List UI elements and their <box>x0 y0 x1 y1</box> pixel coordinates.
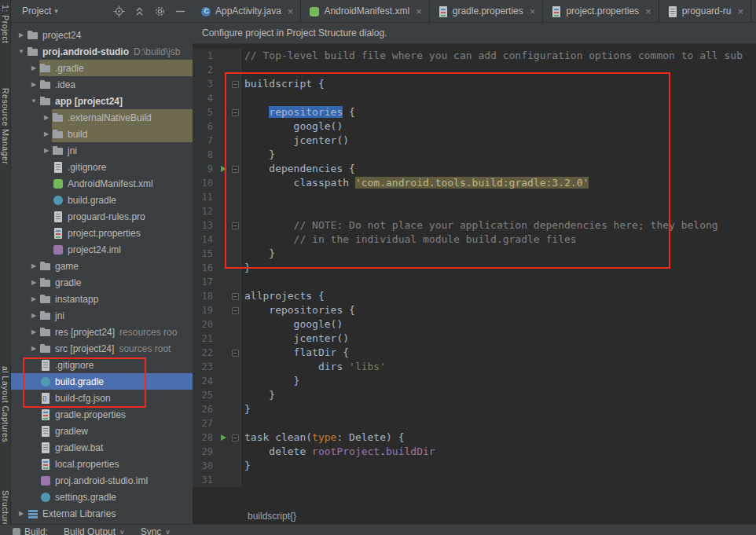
editor-tab-AppActivity.java[interactable]: AppActivity.java× <box>193 0 301 22</box>
code-line-19: 19− repositories { <box>193 303 756 317</box>
chevron-collapsed-icon[interactable]: ▶ <box>41 114 52 121</box>
fold-icon[interactable]: − <box>230 105 241 119</box>
run-gutter-icon[interactable] <box>216 162 230 176</box>
tree-item-.gitignore[interactable]: .gitignore <box>11 159 193 175</box>
locate-icon[interactable] <box>113 5 125 17</box>
tree-item-res [project24][interactable]: ▶res [project24]resources roo <box>11 324 193 340</box>
fold-icon[interactable]: − <box>230 77 241 91</box>
breadcrumb-item[interactable]: buildscript{} <box>248 511 296 522</box>
fold-icon[interactable]: − <box>230 303 241 317</box>
editor-tab-project.properties[interactable]: project.properties× <box>543 0 659 22</box>
gutter-spacer <box>216 303 230 317</box>
tree-item-AndroidManifest.xml[interactable]: AndroidManifest.xml <box>11 175 193 192</box>
fold-icon[interactable]: − <box>230 218 241 233</box>
chevron-collapsed-icon[interactable]: ▶ <box>28 262 39 269</box>
gutter-spacer <box>216 459 230 473</box>
tree-item-app [project24][interactable]: ▼app [project24] <box>11 93 193 109</box>
chevron-collapsed-icon[interactable]: ▶ <box>28 279 39 286</box>
line-number: 31 <box>193 473 216 487</box>
tree-item-build.gradle[interactable]: build.gradle <box>11 373 193 390</box>
run-gutter-icon[interactable] <box>216 431 230 445</box>
code-token: repositories <box>269 106 343 118</box>
collapse-all-icon[interactable] <box>134 5 145 17</box>
close-icon[interactable]: × <box>288 5 294 17</box>
chevron-expanded-icon[interactable]: ▼ <box>16 48 27 55</box>
editor-tab-AndroidManifest.xml[interactable]: AndroidManifest.xml× <box>301 0 429 22</box>
chevron-collapsed-icon[interactable]: ▶ <box>41 147 52 154</box>
settings-gear-icon[interactable] <box>154 5 166 17</box>
tree-item-gradle.properties[interactable]: gradle.properties <box>11 406 193 423</box>
tree-item-proguard-rules.pro[interactable]: proguard-rules.pro <box>11 208 193 225</box>
tree-item-src [project24][interactable]: ▶src [project24]sources root <box>11 340 193 357</box>
tree-item-label: settings.gradle <box>55 492 116 503</box>
fold-icon[interactable]: − <box>230 346 241 360</box>
tree-item-gradlew[interactable]: gradlew <box>11 423 193 439</box>
code-text: dirs 'libs' <box>241 360 386 374</box>
bottom-tab-build-[interactable]: Build: <box>13 525 48 535</box>
tree-item-gradlew.bat[interactable]: gradlew.bat <box>11 439 193 456</box>
chevron-expanded-icon[interactable]: ▼ <box>28 97 39 104</box>
chevron-collapsed-icon[interactable]: ▶ <box>28 81 39 88</box>
tree-item-build.gradle[interactable]: build.gradle <box>11 192 193 208</box>
close-icon[interactable]: × <box>645 5 651 17</box>
editor-tab-proguard-ru[interactable]: proguard-ru× <box>659 0 751 22</box>
tool-window-button-resource-manager[interactable]: Resource Manager <box>1 88 10 164</box>
chevron-collapsed-icon[interactable]: ▶ <box>16 510 27 517</box>
tree-item-local.properties[interactable]: local.properties <box>11 456 193 472</box>
tree-item-.externalNativeBuild[interactable]: ▶.externalNativeBuild <box>11 109 193 126</box>
tree-item-jni[interactable]: ▶jni <box>11 307 193 324</box>
tree-item-jni[interactable]: ▶jni <box>11 142 193 159</box>
tree-item-.idea[interactable]: ▶.idea <box>11 76 193 93</box>
tree-item-.gradle[interactable]: ▶.gradle <box>11 60 193 76</box>
tree-item-build[interactable]: ▶build <box>11 126 193 142</box>
tool-window-button-structure[interactable]: Structure <box>1 490 10 527</box>
fold-spacer <box>230 134 241 148</box>
code-token: : Delete) { <box>336 431 404 443</box>
tree-item-project24.iml[interactable]: project24.iml <box>11 241 193 258</box>
close-icon[interactable]: × <box>530 5 536 17</box>
code-token: } <box>244 148 275 160</box>
tree-item-project24[interactable]: ▶project24 <box>11 27 193 43</box>
tree-item-label: gradle <box>55 277 81 288</box>
gutter-spacer <box>216 473 230 487</box>
project-tree: ▶project24▼proj.android-studioD:\build\j… <box>11 23 193 522</box>
tree-item-settings.gradle[interactable]: settings.gradle <box>11 489 193 505</box>
chevron-collapsed-icon[interactable]: ▶ <box>28 295 39 302</box>
tree-item-proj.android-studio[interactable]: ▼proj.android-studioD:\build\jsb <box>11 43 193 60</box>
code-token: google() <box>244 120 343 132</box>
tree-item-build-cfg.json[interactable]: build-cfg.json <box>11 390 193 406</box>
chevron-collapsed-icon[interactable]: ▶ <box>41 130 52 137</box>
tree-item-External Libraries[interactable]: ▶External Libraries <box>11 505 193 522</box>
fold-icon[interactable]: − <box>230 431 241 445</box>
chevron-collapsed-icon[interactable]: ▶ <box>28 64 39 71</box>
chevron-collapsed-icon[interactable]: ▶ <box>28 312 39 319</box>
tool-window-button-1-project[interactable]: 1: Project <box>1 5 10 43</box>
tree-item-project.properties[interactable]: project.properties <box>11 225 193 241</box>
bottom-tab-sync[interactable]: Sync∨ <box>141 525 171 535</box>
tree-item-label: .gitignore <box>55 360 94 371</box>
chevron-collapsed-icon[interactable]: ▶ <box>28 345 39 352</box>
close-icon[interactable]: × <box>416 5 422 17</box>
code-editor[interactable]: 1// Top-level build file where you can a… <box>193 45 756 508</box>
hide-panel-icon[interactable] <box>174 5 186 17</box>
tab-label: gradle.properties <box>453 5 523 16</box>
editor-tab-gradle.properties[interactable]: gradle.properties× <box>430 0 544 22</box>
project-view-dropdown[interactable]: Project <box>22 5 51 16</box>
bottom-tab-build-output[interactable]: Build Output∨ <box>64 525 125 535</box>
code-line-22: 22− flatDir { <box>193 346 756 360</box>
chevron-collapsed-icon[interactable]: ▶ <box>16 31 27 38</box>
tree-item-game[interactable]: ▶game <box>11 258 193 274</box>
close-icon[interactable]: × <box>737 5 743 17</box>
code-token: 'com.android.tools.build:gradle:3.2.0' <box>355 177 589 189</box>
chevron-collapsed-icon[interactable]: ▶ <box>28 328 39 335</box>
tree-item-proj.android-studio.iml[interactable]: proj.android-studio.iml <box>11 472 193 489</box>
fold-icon[interactable]: − <box>230 289 241 303</box>
code-text: } <box>241 388 275 402</box>
tree-item-gradle[interactable]: ▶gradle <box>11 274 193 291</box>
code-line-13: 13− // NOTE: Do not place your applicati… <box>193 218 756 233</box>
fold-icon[interactable]: − <box>230 162 241 176</box>
tree-item-.gitignore[interactable]: .gitignore <box>11 357 193 373</box>
tree-item-instantapp[interactable]: ▶instantapp <box>11 291 193 307</box>
tool-window-button-al-layout-captures[interactable]: al Layout Captures <box>1 366 10 442</box>
fold-spacer <box>230 332 241 346</box>
